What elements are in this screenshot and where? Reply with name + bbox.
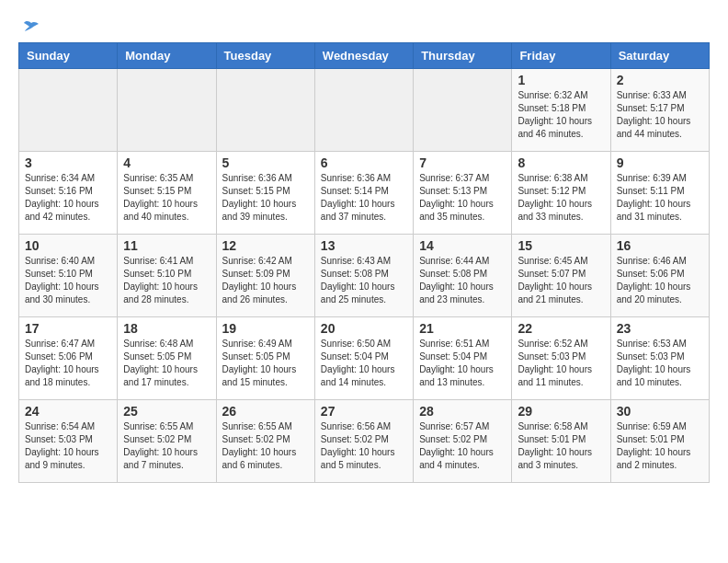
day-number: 11 bbox=[123, 238, 210, 253]
calendar-header-monday: Monday bbox=[118, 43, 216, 69]
calendar-cell: 16Sunrise: 6:46 AM Sunset: 5:06 PM Dayli… bbox=[610, 235, 709, 317]
day-number: 26 bbox=[222, 404, 309, 419]
day-info: Sunrise: 6:33 AM Sunset: 5:17 PM Dayligh… bbox=[617, 89, 703, 141]
day-info: Sunrise: 6:44 AM Sunset: 5:08 PM Dayligh… bbox=[419, 255, 506, 306]
calendar-header-row: SundayMondayTuesdayWednesdayThursdayFrid… bbox=[19, 43, 710, 69]
day-info: Sunrise: 6:59 AM Sunset: 5:01 PM Dayligh… bbox=[617, 420, 703, 472]
day-number: 22 bbox=[518, 321, 604, 336]
day-info: Sunrise: 6:36 AM Sunset: 5:15 PM Dayligh… bbox=[222, 172, 309, 224]
day-number: 12 bbox=[222, 238, 309, 253]
calendar-week-3: 10Sunrise: 6:40 AM Sunset: 5:10 PM Dayli… bbox=[19, 235, 710, 317]
day-number: 10 bbox=[25, 238, 111, 253]
day-info: Sunrise: 6:57 AM Sunset: 5:02 PM Dayligh… bbox=[419, 420, 506, 472]
day-info: Sunrise: 6:50 AM Sunset: 5:04 PM Dayligh… bbox=[321, 338, 407, 389]
calendar-cell: 20Sunrise: 6:50 AM Sunset: 5:04 PM Dayli… bbox=[314, 317, 413, 400]
day-info: Sunrise: 6:48 AM Sunset: 5:05 PM Dayligh… bbox=[123, 338, 210, 389]
day-info: Sunrise: 6:35 AM Sunset: 5:15 PM Dayligh… bbox=[123, 172, 210, 224]
day-number: 1 bbox=[518, 73, 604, 87]
day-info: Sunrise: 6:36 AM Sunset: 5:14 PM Dayligh… bbox=[321, 172, 407, 224]
day-info: Sunrise: 6:34 AM Sunset: 5:16 PM Dayligh… bbox=[25, 172, 111, 224]
day-number: 6 bbox=[321, 155, 407, 170]
day-number: 24 bbox=[25, 404, 111, 419]
day-info: Sunrise: 6:53 AM Sunset: 5:03 PM Dayligh… bbox=[617, 338, 703, 389]
calendar-cell: 3Sunrise: 6:34 AM Sunset: 5:16 PM Daylig… bbox=[19, 152, 118, 235]
day-number: 16 bbox=[617, 238, 703, 253]
calendar-body: 1Sunrise: 6:32 AM Sunset: 5:18 PM Daylig… bbox=[19, 69, 710, 483]
day-number: 30 bbox=[617, 404, 703, 419]
logo-bird-icon bbox=[20, 18, 42, 40]
calendar-cell: 15Sunrise: 6:45 AM Sunset: 5:07 PM Dayli… bbox=[512, 235, 610, 317]
calendar-cell: 29Sunrise: 6:58 AM Sunset: 5:01 PM Dayli… bbox=[512, 400, 610, 483]
calendar-cell: 7Sunrise: 6:37 AM Sunset: 5:13 PM Daylig… bbox=[414, 152, 512, 235]
calendar-cell: 1Sunrise: 6:32 AM Sunset: 5:18 PM Daylig… bbox=[512, 69, 610, 152]
calendar-cell: 18Sunrise: 6:48 AM Sunset: 5:05 PM Dayli… bbox=[118, 317, 216, 400]
day-number: 28 bbox=[419, 404, 506, 419]
day-number: 3 bbox=[25, 155, 111, 170]
day-info: Sunrise: 6:37 AM Sunset: 5:13 PM Dayligh… bbox=[419, 172, 506, 224]
day-info: Sunrise: 6:32 AM Sunset: 5:18 PM Dayligh… bbox=[518, 89, 604, 141]
logo bbox=[18, 18, 42, 33]
day-number: 2 bbox=[617, 73, 703, 87]
calendar-header-wednesday: Wednesday bbox=[314, 43, 413, 69]
day-info: Sunrise: 6:38 AM Sunset: 5:12 PM Dayligh… bbox=[518, 172, 604, 224]
calendar-header-friday: Friday bbox=[512, 43, 610, 69]
calendar-cell: 9Sunrise: 6:39 AM Sunset: 5:11 PM Daylig… bbox=[610, 152, 709, 235]
calendar-cell: 17Sunrise: 6:47 AM Sunset: 5:06 PM Dayli… bbox=[19, 317, 118, 400]
day-info: Sunrise: 6:56 AM Sunset: 5:02 PM Dayligh… bbox=[321, 420, 407, 472]
calendar-cell: 13Sunrise: 6:43 AM Sunset: 5:08 PM Dayli… bbox=[314, 235, 413, 317]
day-number: 21 bbox=[419, 321, 506, 336]
calendar-cell: 19Sunrise: 6:49 AM Sunset: 5:05 PM Dayli… bbox=[216, 317, 314, 400]
day-info: Sunrise: 6:55 AM Sunset: 5:02 PM Dayligh… bbox=[222, 420, 309, 472]
day-info: Sunrise: 6:54 AM Sunset: 5:03 PM Dayligh… bbox=[25, 420, 111, 472]
day-number: 8 bbox=[518, 155, 604, 170]
day-number: 13 bbox=[321, 238, 407, 253]
calendar-cell bbox=[19, 69, 118, 152]
day-info: Sunrise: 6:55 AM Sunset: 5:02 PM Dayligh… bbox=[123, 420, 210, 472]
calendar-cell: 28Sunrise: 6:57 AM Sunset: 5:02 PM Dayli… bbox=[414, 400, 512, 483]
day-number: 15 bbox=[518, 238, 604, 253]
day-info: Sunrise: 6:52 AM Sunset: 5:03 PM Dayligh… bbox=[518, 338, 604, 389]
calendar-cell: 2Sunrise: 6:33 AM Sunset: 5:17 PM Daylig… bbox=[610, 69, 709, 152]
day-number: 29 bbox=[518, 404, 604, 419]
calendar-cell: 5Sunrise: 6:36 AM Sunset: 5:15 PM Daylig… bbox=[216, 152, 314, 235]
calendar-cell: 14Sunrise: 6:44 AM Sunset: 5:08 PM Dayli… bbox=[414, 235, 512, 317]
calendar-cell bbox=[314, 69, 413, 152]
calendar-cell bbox=[118, 69, 216, 152]
calendar-cell: 26Sunrise: 6:55 AM Sunset: 5:02 PM Dayli… bbox=[216, 400, 314, 483]
day-number: 19 bbox=[222, 321, 309, 336]
day-number: 14 bbox=[419, 238, 506, 253]
day-number: 18 bbox=[123, 321, 210, 336]
calendar-week-5: 24Sunrise: 6:54 AM Sunset: 5:03 PM Dayli… bbox=[19, 400, 710, 483]
page-header bbox=[18, 18, 710, 33]
day-info: Sunrise: 6:43 AM Sunset: 5:08 PM Dayligh… bbox=[321, 255, 407, 306]
calendar-cell: 21Sunrise: 6:51 AM Sunset: 5:04 PM Dayli… bbox=[414, 317, 512, 400]
calendar-header-tuesday: Tuesday bbox=[216, 43, 314, 69]
calendar-cell: 6Sunrise: 6:36 AM Sunset: 5:14 PM Daylig… bbox=[314, 152, 413, 235]
calendar-cell bbox=[216, 69, 314, 152]
calendar-week-4: 17Sunrise: 6:47 AM Sunset: 5:06 PM Dayli… bbox=[19, 317, 710, 400]
calendar-week-2: 3Sunrise: 6:34 AM Sunset: 5:16 PM Daylig… bbox=[19, 152, 710, 235]
day-number: 9 bbox=[617, 155, 703, 170]
calendar-week-1: 1Sunrise: 6:32 AM Sunset: 5:18 PM Daylig… bbox=[19, 69, 710, 152]
day-info: Sunrise: 6:51 AM Sunset: 5:04 PM Dayligh… bbox=[419, 338, 506, 389]
day-info: Sunrise: 6:42 AM Sunset: 5:09 PM Dayligh… bbox=[222, 255, 309, 306]
calendar-cell: 22Sunrise: 6:52 AM Sunset: 5:03 PM Dayli… bbox=[512, 317, 610, 400]
day-number: 7 bbox=[419, 155, 506, 170]
calendar-cell: 8Sunrise: 6:38 AM Sunset: 5:12 PM Daylig… bbox=[512, 152, 610, 235]
day-info: Sunrise: 6:47 AM Sunset: 5:06 PM Dayligh… bbox=[25, 338, 111, 389]
calendar-cell: 12Sunrise: 6:42 AM Sunset: 5:09 PM Dayli… bbox=[216, 235, 314, 317]
day-number: 17 bbox=[25, 321, 111, 336]
day-number: 23 bbox=[617, 321, 703, 336]
calendar-header-thursday: Thursday bbox=[414, 43, 512, 69]
calendar-header-saturday: Saturday bbox=[610, 43, 709, 69]
calendar-cell bbox=[414, 69, 512, 152]
day-number: 25 bbox=[123, 404, 210, 419]
day-number: 27 bbox=[321, 404, 407, 419]
calendar-cell: 27Sunrise: 6:56 AM Sunset: 5:02 PM Dayli… bbox=[314, 400, 413, 483]
calendar-cell: 4Sunrise: 6:35 AM Sunset: 5:15 PM Daylig… bbox=[118, 152, 216, 235]
calendar-cell: 30Sunrise: 6:59 AM Sunset: 5:01 PM Dayli… bbox=[610, 400, 709, 483]
calendar-cell: 25Sunrise: 6:55 AM Sunset: 5:02 PM Dayli… bbox=[118, 400, 216, 483]
calendar-table: SundayMondayTuesdayWednesdayThursdayFrid… bbox=[18, 42, 710, 483]
day-info: Sunrise: 6:41 AM Sunset: 5:10 PM Dayligh… bbox=[123, 255, 210, 306]
day-info: Sunrise: 6:40 AM Sunset: 5:10 PM Dayligh… bbox=[25, 255, 111, 306]
